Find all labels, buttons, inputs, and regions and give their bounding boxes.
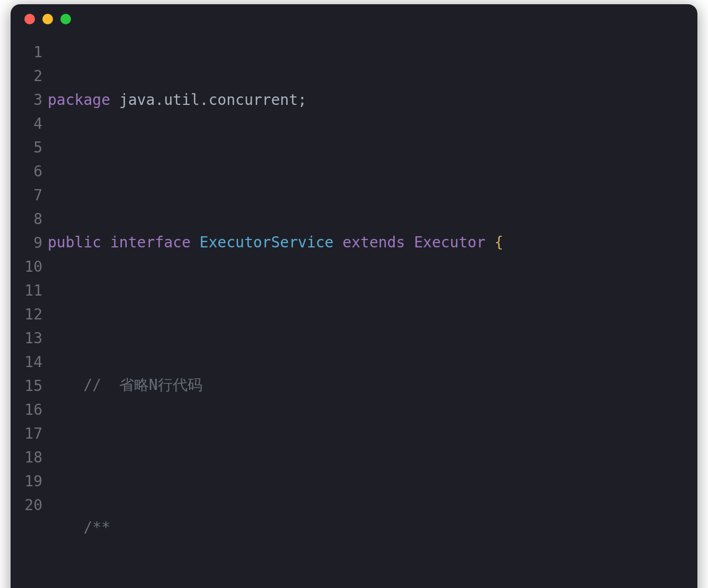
- line-number: 11: [13, 279, 42, 302]
- line-number: 15: [13, 374, 42, 398]
- line-number: 4: [13, 112, 42, 136]
- window-titlebar: [11, 4, 697, 34]
- line-number: 12: [13, 302, 42, 326]
- dot: .: [200, 91, 209, 109]
- line-number: 19: [13, 469, 42, 493]
- brace-open: {: [494, 234, 503, 251]
- namespace: concurrent: [208, 91, 298, 109]
- line-number: 1: [13, 40, 42, 64]
- line-number: 13: [13, 326, 42, 350]
- code-line: // 省略N行代码: [48, 373, 685, 397]
- code-line: [48, 301, 685, 325]
- code-content: package java.util.concurrent; public int…: [43, 40, 685, 588]
- line-number-gutter: 1 2 3 4 5 6 7 8 9 10 11 12 13 14 15 16 1…: [13, 40, 43, 588]
- code-window: 1 2 3 4 5 6 7 8 9 10 11 12 13 14 15 16 1…: [11, 4, 697, 588]
- keyword-public: public: [48, 234, 101, 251]
- line-number: 10: [13, 255, 42, 279]
- keyword-package: package: [48, 91, 110, 109]
- line-number: 7: [13, 183, 42, 207]
- minimize-icon[interactable]: [42, 14, 53, 24]
- line-number: 3: [13, 88, 42, 112]
- namespace: java: [119, 91, 155, 109]
- line-number: 18: [13, 446, 42, 469]
- line-number: 17: [13, 422, 42, 446]
- dot: .: [155, 91, 164, 109]
- code-line: public interface ExecutorService extends…: [48, 230, 685, 254]
- line-number: 2: [13, 64, 42, 88]
- line-number: 6: [13, 159, 42, 183]
- doc-comment-open: /**: [83, 519, 110, 536]
- line-number: 8: [13, 207, 42, 231]
- code-line: /**: [48, 515, 685, 539]
- close-icon[interactable]: [24, 14, 35, 24]
- line-number: 20: [13, 493, 42, 517]
- type-name: Executor: [414, 234, 485, 251]
- keyword-extends: extends: [342, 234, 405, 251]
- code-line: [48, 159, 685, 183]
- semicolon: ;: [298, 91, 307, 109]
- comment: // 省略N行代码: [83, 376, 202, 394]
- namespace: util: [164, 91, 199, 109]
- code-area: 1 2 3 4 5 6 7 8 9 10 11 12 13 14 15 16 1…: [11, 34, 697, 588]
- line-number: 9: [13, 231, 42, 255]
- code-line: [48, 444, 685, 468]
- maximize-icon[interactable]: [60, 14, 71, 24]
- keyword-interface: interface: [110, 234, 191, 251]
- code-line: package java.util.concurrent;: [48, 88, 685, 112]
- line-number: 14: [13, 350, 42, 374]
- type-name: ExecutorService: [200, 234, 334, 251]
- line-number: 16: [13, 398, 42, 422]
- line-number: 5: [13, 136, 42, 159]
